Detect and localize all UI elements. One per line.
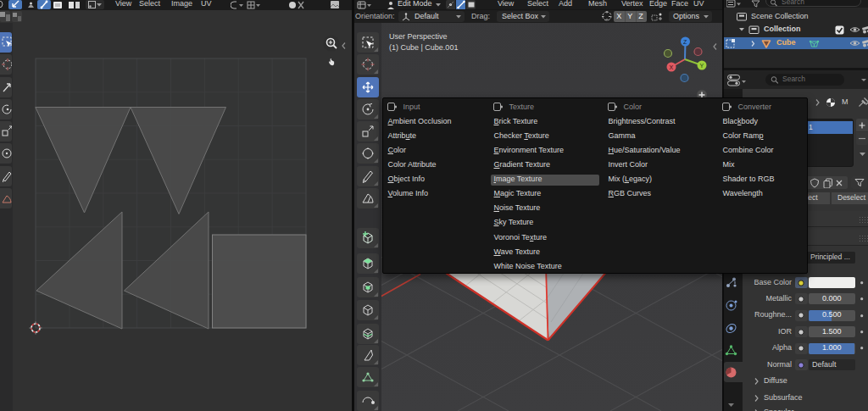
- svg-text:Z: Z: [683, 39, 687, 45]
- svg-text:X: X: [670, 64, 674, 70]
- svg-text:Y: Y: [700, 63, 704, 69]
